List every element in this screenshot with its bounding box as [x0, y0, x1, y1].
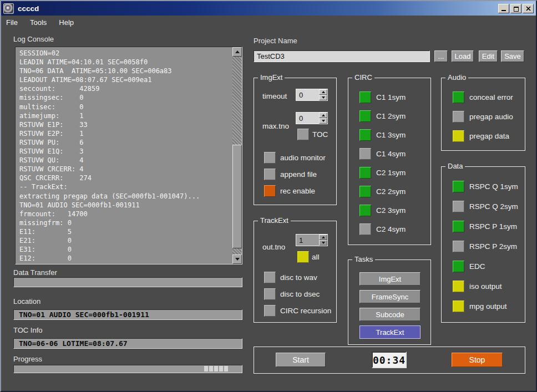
- rspc-p-1sym-indicator[interactable]: [453, 221, 464, 232]
- max-tno-value: 0: [296, 113, 319, 124]
- append-file-label: append file: [280, 170, 317, 179]
- rspc-q-2sym-indicator[interactable]: [453, 201, 464, 212]
- close-button[interactable]: [523, 4, 534, 13]
- append-file-checkbox[interactable]: [264, 169, 276, 180]
- task-framesync-button[interactable]: FrameSync: [359, 290, 421, 303]
- conceal-error-label: conceal error: [469, 93, 513, 101]
- edit-button[interactable]: Edit: [479, 50, 498, 62]
- menu-help[interactable]: Help: [53, 17, 80, 28]
- out-tno-spin-up-button[interactable]: [319, 235, 327, 240]
- start-button[interactable]: Start: [276, 353, 326, 367]
- c2-2sym-label: C2 2sym: [376, 187, 406, 196]
- tasks-group: Tasks ImgExt FrameSync Subcode TrackExt: [348, 259, 431, 345]
- task-imgext-button[interactable]: ImgExt: [359, 272, 421, 286]
- minimize-button[interactable]: [498, 4, 509, 13]
- c2-4sym-indicator[interactable]: [359, 223, 371, 235]
- rspc-p-2sym-indicator[interactable]: [453, 241, 464, 252]
- out-tno-spin-down-button[interactable]: [319, 240, 327, 246]
- log-console: SESSION=02 LEADIN ATIME=04:10.01 SEC=005…: [15, 47, 242, 264]
- c1-3sym-indicator[interactable]: [359, 129, 371, 141]
- arrow-up-icon: [322, 114, 325, 116]
- max-tno-spinner[interactable]: 0: [296, 112, 328, 124]
- c2-4sym-label: C2 4sym: [376, 225, 406, 233]
- browse-button[interactable]: ...: [434, 50, 448, 62]
- scrollbar-thumb[interactable]: [232, 145, 242, 248]
- c2-1sym-label: C2 1sym: [376, 169, 406, 177]
- rspc-q-1sym-indicator[interactable]: [453, 181, 464, 192]
- menu-tools[interactable]: Tools: [24, 17, 53, 28]
- pregap-audio-indicator[interactable]: [453, 111, 464, 123]
- all-checkbox[interactable]: [297, 251, 309, 263]
- all-checkbox-label: all: [312, 253, 320, 261]
- timeout-value: 0: [296, 89, 319, 100]
- title-bar: ccccd: [1, 1, 536, 16]
- task-trackext-button[interactable]: TrackExt: [359, 325, 421, 339]
- arrow-up-icon: [322, 91, 325, 93]
- task-subcode-button[interactable]: Subcode: [359, 308, 421, 321]
- rec-enable-checkbox[interactable]: [264, 185, 276, 197]
- c1-4sym-indicator[interactable]: [359, 148, 371, 160]
- project-name-input[interactable]: [254, 50, 430, 62]
- pregap-audio-label: pregap audio: [469, 113, 513, 121]
- stop-button[interactable]: Stop: [452, 353, 503, 367]
- arrow-down-icon: [235, 258, 240, 261]
- c1-2sym-indicator[interactable]: [359, 110, 371, 122]
- save-button[interactable]: Save: [501, 50, 524, 62]
- rspc-q-2sym-label: RSPC Q 2sym: [469, 202, 518, 211]
- c2-2sym-indicator[interactable]: [359, 186, 371, 197]
- progress-segment: [224, 366, 228, 371]
- circ-recursion-label: CIRC recursion: [280, 307, 331, 315]
- max-tno-spin-down-button[interactable]: [319, 118, 327, 124]
- pregap-data-indicator[interactable]: [453, 130, 464, 142]
- c2-3sym-label: C2 3sym: [376, 206, 406, 215]
- iso-output-indicator[interactable]: [453, 281, 464, 292]
- maximize-button[interactable]: [510, 4, 521, 13]
- minimize-icon: [501, 10, 506, 11]
- c1-3sym-label: C1 3sym: [376, 131, 406, 139]
- out-tno-label: out.tno: [262, 243, 285, 251]
- disc-to-dsec-checkbox[interactable]: [264, 288, 276, 300]
- timeout-spinner[interactable]: 0: [296, 89, 328, 101]
- c1-1sym-label: C1 1sym: [376, 93, 406, 101]
- arrow-down-icon: [322, 120, 325, 122]
- imgext-group: ImgExt timeout 0 max.tno 0 TOC audio mon…: [254, 78, 337, 205]
- c1-4sym-label: C1 4sym: [376, 150, 406, 158]
- audio-monitor-checkbox[interactable]: [264, 152, 276, 164]
- log-text: SESSION=02 LEADIN ATIME=04:10.01 SEC=005…: [16, 47, 242, 262]
- project-name-label: Project Name: [254, 37, 297, 45]
- toc-checkbox-label: TOC: [312, 130, 328, 139]
- audio-group-title: Audio: [445, 73, 468, 82]
- c2-3sym-indicator[interactable]: [359, 205, 371, 216]
- load-button[interactable]: Load: [452, 50, 474, 62]
- c1-2sym-label: C1 2sym: [376, 112, 406, 120]
- app-icon: [3, 3, 14, 14]
- location-label: Location: [13, 297, 40, 306]
- audio-group: Audio conceal error pregap audio pregap …: [441, 78, 525, 151]
- max-tno-spin-up-button[interactable]: [319, 113, 327, 118]
- toc-checkbox[interactable]: [297, 129, 309, 140]
- out-tno-value: 1: [296, 235, 319, 246]
- timeout-spin-up-button[interactable]: [319, 89, 327, 95]
- out-tno-spinner[interactable]: 1: [296, 234, 328, 246]
- mpg-output-label: mpg output: [469, 302, 507, 310]
- edc-indicator[interactable]: [453, 261, 464, 272]
- c2-1sym-indicator[interactable]: [359, 167, 371, 179]
- disc-to-wav-checkbox[interactable]: [264, 272, 276, 283]
- scroll-up-button[interactable]: [232, 47, 242, 57]
- mpg-output-indicator[interactable]: [453, 301, 464, 312]
- arrow-down-icon: [322, 96, 325, 99]
- progress-bar: [13, 365, 242, 373]
- log-scrollbar: [232, 47, 242, 264]
- toc-info-field: TNO=06-06 LOTIME=08:07.67: [13, 338, 242, 349]
- data-transfer-label: Data Transfer: [13, 268, 57, 277]
- c1-1sym-indicator[interactable]: [359, 91, 371, 103]
- timer-display: 00:34: [372, 352, 407, 368]
- timeout-spin-down-button[interactable]: [319, 95, 327, 100]
- menu-file[interactable]: File: [1, 17, 24, 28]
- scroll-down-button[interactable]: [232, 254, 242, 264]
- conceal-error-indicator[interactable]: [453, 91, 464, 103]
- circ-recursion-checkbox[interactable]: [264, 305, 276, 317]
- app-window: ccccd File Tools Help Log Console SESSIO…: [0, 0, 537, 392]
- iso-output-label: iso output: [469, 282, 502, 291]
- close-icon: [526, 6, 531, 11]
